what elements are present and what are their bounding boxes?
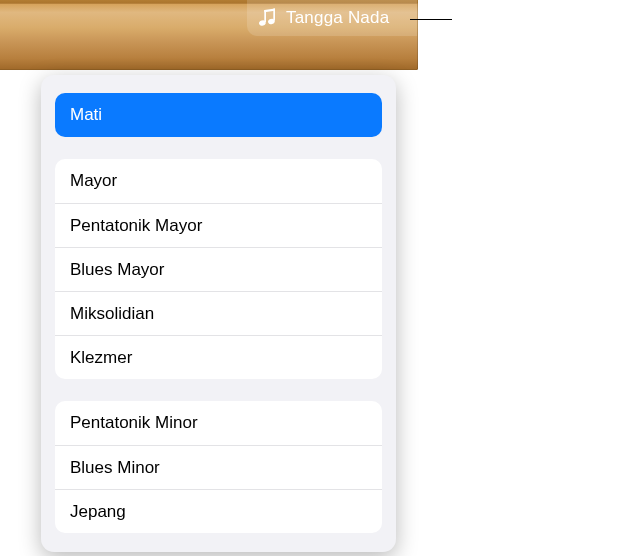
scale-option-label: Miksolidian bbox=[70, 304, 154, 324]
scale-option-label: Pentatonik Minor bbox=[70, 413, 198, 433]
scale-option-label: Blues Minor bbox=[70, 458, 160, 478]
scale-group-off: Mati bbox=[55, 93, 382, 137]
scale-option[interactable]: Jepang bbox=[55, 489, 382, 533]
scale-option-off[interactable]: Mati bbox=[55, 93, 382, 137]
callout-line bbox=[410, 19, 452, 20]
scale-popover: Mati Mayor Pentatonik Mayor Blues Mayor … bbox=[41, 75, 396, 552]
scale-option[interactable]: Blues Mayor bbox=[55, 247, 382, 291]
scale-option[interactable]: Mayor bbox=[55, 159, 382, 203]
scale-option-label: Jepang bbox=[70, 502, 126, 522]
scale-option[interactable]: Blues Minor bbox=[55, 445, 382, 489]
scale-button-label: Tangga Nada bbox=[286, 8, 389, 28]
scale-option-label: Klezmer bbox=[70, 348, 132, 368]
scale-option-label: Mayor bbox=[70, 171, 117, 191]
scale-option-label: Pentatonik Mayor bbox=[70, 216, 202, 236]
scale-button[interactable]: Tangga Nada bbox=[247, 0, 417, 36]
scale-option[interactable]: Klezmer bbox=[55, 335, 382, 379]
scale-group-minor: Pentatonik Minor Blues Minor Jepang bbox=[55, 401, 382, 533]
music-notes-icon bbox=[257, 8, 279, 28]
toolbar: Tangga Nada bbox=[0, 0, 418, 70]
scale-group-major: Mayor Pentatonik Mayor Blues Mayor Mikso… bbox=[55, 159, 382, 379]
scale-option[interactable]: Miksolidian bbox=[55, 291, 382, 335]
scale-option[interactable]: Pentatonik Mayor bbox=[55, 203, 382, 247]
scale-option[interactable]: Pentatonik Minor bbox=[55, 401, 382, 445]
scale-option-label: Blues Mayor bbox=[70, 260, 164, 280]
scale-option-label: Mati bbox=[70, 105, 102, 125]
